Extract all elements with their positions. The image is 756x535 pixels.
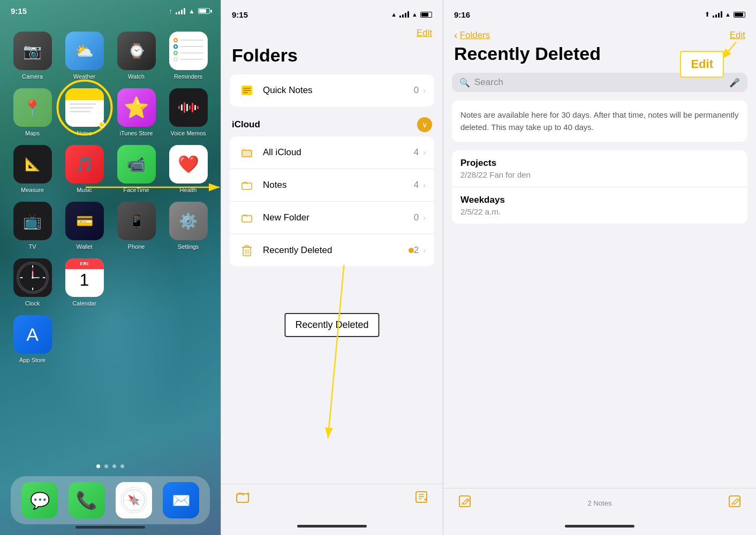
app-wallet[interactable]: 💳 Wallet [63, 202, 106, 250]
music-label: Music [77, 187, 92, 193]
home-status-bar: 9:15 ↑ ▲ [0, 0, 221, 18]
app-camera[interactable]: 📷 Camera [11, 32, 54, 80]
all-icloud-count: 4 [414, 147, 419, 158]
app-itunes[interactable]: ⭐ iTunes Store [115, 88, 158, 136]
calendar-icon: FRI 1 [65, 258, 104, 297]
icloud-section: iCloud ∨ All iCloud 4 › [230, 111, 434, 266]
folders-nav-bar: Edit [221, 24, 443, 43]
app-settings[interactable]: ⚙️ Settings [167, 202, 210, 250]
chevron-down-icon: ∨ [422, 120, 427, 129]
notes-circled [65, 88, 104, 127]
folders-wifi-icon: ▲ [412, 11, 418, 18]
voicememos-icon [169, 88, 208, 127]
app-notes-home[interactable]: Notes [63, 88, 106, 136]
maps-label: Maps [25, 130, 40, 136]
app-tv[interactable]: 📺 TV [11, 202, 54, 250]
app-calendar[interactable]: FRI 1 Calendar [63, 258, 106, 307]
new-folder-row[interactable]: New Folder 0 › [230, 202, 434, 234]
home-dock: 💬 📞 ✉️ [11, 476, 210, 524]
deleted-nav-bar: ‹ Folders Edit [443, 24, 756, 41]
folders-status-time: 9:15 [232, 10, 248, 19]
deleted-compose-button[interactable] [458, 495, 471, 511]
app-grid: 📷 Camera ⛅ Weather ⌚ Watch [0, 23, 221, 372]
svg-line-42 [466, 500, 468, 501]
measure-icon: 📐 [13, 145, 52, 184]
reminders-label: Reminders [174, 73, 202, 80]
home-status-icons: ↑ ▲ [169, 7, 210, 15]
app-reminders[interactable]: Reminders [167, 32, 210, 80]
svg-point-8 [32, 277, 34, 279]
app-health[interactable]: ❤️ Health [167, 145, 210, 193]
deleted-note-meta-1: 2/5/22 a.m. [460, 207, 739, 216]
back-label: Folders [460, 30, 490, 41]
trash-icon [238, 242, 255, 259]
compose-button[interactable] [415, 491, 428, 507]
battery-icon [198, 8, 210, 14]
deleted-home-indicator [565, 525, 634, 528]
new-folder-label: New Folder [263, 212, 414, 223]
dock-safari-icon[interactable] [116, 482, 152, 518]
icloud-header: iCloud ∨ [230, 111, 434, 136]
deleted-note-weekdays[interactable]: Weekdays 2/5/22 a.m. [452, 187, 747, 224]
dock-mail-icon[interactable]: ✉️ [163, 482, 199, 518]
deleted-info-text: Notes are available here for 30 days. Af… [460, 110, 738, 132]
home-indicator [75, 526, 145, 529]
new-folder-count: 0 [414, 212, 419, 223]
icloud-collapse-button[interactable]: ∨ [417, 117, 432, 132]
new-folder-button[interactable] [236, 491, 250, 506]
voicememos-label: Voice Memos [170, 130, 206, 136]
app-watch[interactable]: ⌚ Watch [115, 32, 158, 80]
clock-label: Clock [25, 300, 40, 307]
folders-status-icons: ▲ ▲ [391, 11, 432, 18]
notes-folder-row[interactable]: Notes 4 › [230, 169, 434, 202]
app-appstore[interactable]: A App Store [11, 315, 54, 363]
icloud-label: iCloud [232, 119, 260, 130]
app-clock[interactable]: Clock [11, 258, 54, 307]
app-phone-grid[interactable]: 📱 Phone [115, 202, 158, 250]
icloud-folders-card: All iCloud 4 › Notes 4 › [230, 136, 434, 266]
deleted-status-icons: ⬆ ▲ [705, 11, 745, 18]
itunes-icon: ⭐ [117, 88, 156, 127]
app-music[interactable]: 🎵 Music [63, 145, 106, 193]
folders-signal-icon [399, 11, 409, 18]
deleted-note-projects[interactable]: Projects 2/28/22 Fan for den [452, 150, 747, 187]
folders-location-icon: ▲ [391, 11, 397, 18]
new-folder-chevron: › [423, 213, 426, 222]
notes-folder-chevron: › [423, 181, 426, 189]
calendar-label: Calendar [72, 300, 96, 307]
app-weather[interactable]: ⛅ Weather [63, 32, 106, 80]
app-measure[interactable]: 📐 Measure [11, 145, 54, 193]
page-dots [96, 464, 124, 468]
appstore-icon: A [13, 315, 52, 354]
deleted-wifi-icon: ▲ [725, 11, 731, 18]
new-folder-icon [238, 209, 255, 226]
signal-bars-icon [176, 8, 185, 14]
deleted-count-label: 2 Notes [588, 499, 612, 507]
all-icloud-row[interactable]: All iCloud 4 › [230, 136, 434, 169]
back-to-folders-button[interactable]: ‹ Folders [454, 29, 490, 41]
quick-notes-row[interactable]: Quick Notes 0 › [230, 74, 434, 106]
svg-rect-18 [243, 88, 251, 89]
deleted-edit-button[interactable]: Edit [730, 30, 745, 41]
deleted-new-note-button[interactable] [728, 495, 741, 511]
wifi-icon: ▲ [188, 7, 195, 15]
phone-grid-icon: 📱 [117, 202, 156, 240]
folders-edit-button[interactable]: Edit [417, 28, 432, 39]
home-screen: 9:15 ↑ ▲ 📷 Camera ⛅ [0, 0, 221, 535]
edit-callout-label: Edit [691, 57, 713, 71]
mic-icon: 🎤 [729, 78, 740, 88]
quick-notes-icon [238, 82, 255, 99]
dock-messages-icon[interactable]: 💬 [21, 482, 58, 518]
folders-bottom-toolbar [221, 484, 443, 519]
app-maps[interactable]: 📍 Maps [11, 88, 54, 136]
app-facetime[interactable]: 📹 FaceTime [115, 145, 158, 193]
folders-battery-icon [420, 12, 432, 18]
app-voicememos[interactable]: Voice Memos [167, 88, 210, 136]
deleted-status-bar: 9:16 ⬆ ▲ [443, 0, 756, 24]
settings-icon: ⚙️ [169, 202, 208, 240]
page-dot-3 [112, 464, 116, 468]
recently-deleted-row[interactable]: Recently Deleted 2 › [230, 234, 434, 266]
deleted-info-box: Notes are available here for 30 days. Af… [452, 101, 747, 142]
notes-folder-label: Notes [263, 180, 414, 190]
dock-phone-icon[interactable]: 📞 [69, 482, 105, 518]
